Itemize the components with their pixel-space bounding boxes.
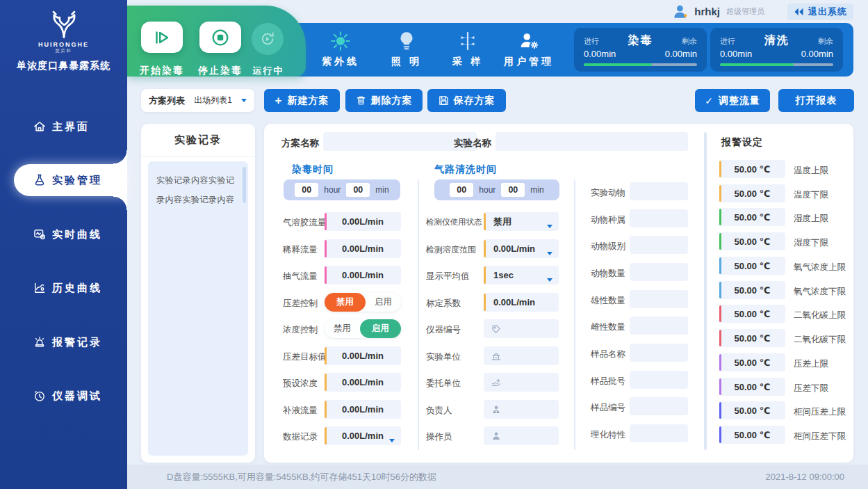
experiment-name-input[interactable] [496, 132, 688, 151]
sidebar-item-debug[interactable]: 仪器调试 [0, 380, 127, 412]
clean-hour-value[interactable]: 00 [450, 183, 473, 197]
field-input[interactable] [484, 373, 559, 392]
field-input[interactable] [630, 344, 688, 362]
field-input[interactable] [630, 424, 688, 442]
alarm-value-input[interactable]: 50.00 ℃ [719, 401, 785, 419]
poison-hour-value[interactable]: 00 [295, 183, 318, 197]
field-input[interactable] [630, 290, 688, 308]
sidebar-item-flask[interactable]: 实验管理 [14, 164, 127, 196]
remaining-label: 剩余 [682, 36, 697, 47]
field-label: 动物数量 [591, 268, 625, 280]
alarm-value-input[interactable]: 50.00 ℃ [719, 378, 785, 396]
field-value: 50.00 ℃ [735, 406, 771, 416]
hour-unit-label: hour [479, 185, 496, 195]
start-exposure-button[interactable] [141, 22, 183, 53]
plan-form-panel: 方案名称 实验名称 染毒时间 气路清洗时间 00 hour 00 min 00 … [264, 124, 853, 463]
plan-list-select[interactable]: 方案列表 出场列表1 [141, 89, 254, 112]
clean-time-input[interactable]: 00 hour 00 min [434, 179, 559, 200]
accent-bar [719, 185, 721, 202]
field-toggle[interactable]: 禁用启用 [325, 319, 401, 338]
field-input[interactable] [630, 182, 688, 200]
field-select[interactable]: 0.00L/min [484, 239, 559, 258]
alarm-label: 湿度上限 [794, 213, 828, 225]
person-icon [491, 431, 501, 441]
field-select[interactable]: 1sec [484, 266, 559, 284]
toggle-option[interactable]: 禁用 [325, 293, 366, 312]
field-input[interactable] [484, 426, 559, 445]
field-label: 委托单位 [426, 378, 461, 390]
quick-action-uv[interactable]: 紫外线 [309, 29, 372, 68]
field-input[interactable]: 0.00L/min [325, 239, 401, 258]
new-plan-button[interactable]: + 新建方案 [264, 89, 340, 112]
quick-action-usergear[interactable]: 用户管理 [497, 29, 561, 68]
field-input[interactable] [484, 400, 559, 419]
field-input[interactable] [630, 316, 688, 335]
field-input[interactable] [630, 397, 688, 415]
alarm-value-input[interactable]: 50.00 ℃ [719, 184, 785, 202]
records-scrollbar[interactable] [243, 167, 246, 203]
field-label: 样品批号 [591, 376, 625, 387]
sidebar-item-realtime[interactable]: 实时曲线 [0, 218, 127, 250]
field-input[interactable] [630, 263, 688, 281]
sidebar-item-alarmrec[interactable]: 报警记录 [0, 326, 127, 358]
alarm-value-input[interactable]: 50.00 ℃ [719, 329, 785, 347]
quick-action-bulb[interactable]: 照 明 [375, 29, 439, 68]
field-input[interactable] [630, 371, 688, 389]
sidebar-item-home[interactable]: 主界面 [0, 111, 127, 143]
quick-action-label: 采 样 [436, 56, 500, 68]
open-report-button[interactable]: 打开报表 [778, 89, 854, 112]
alarm-label: 二氧化碳下限 [794, 334, 846, 346]
alarm-value-input[interactable]: 50.00 ℃ [719, 232, 785, 250]
field-input[interactable]: 0.00L/min [325, 346, 401, 365]
field-toggle[interactable]: 禁用启用 [325, 293, 401, 312]
field-input[interactable]: 0.00L/min [325, 400, 401, 419]
screen: hrhkj 超级管理员 退出系统 紫外线照 明采 样用户管理进行染毒剩余0.00… [0, 0, 868, 489]
field-input[interactable]: 0.00L/min [484, 293, 559, 312]
save-plan-button[interactable]: 保存方案 [427, 89, 506, 112]
poison-min-value[interactable]: 00 [346, 183, 370, 197]
field-select[interactable]: 0.00L/min [325, 426, 401, 445]
adjust-flow-button[interactable]: ✓ 调整流量 [695, 89, 770, 112]
building-icon [491, 351, 501, 361]
quick-action-valve[interactable]: 采 样 [436, 29, 500, 68]
alarm-value-input[interactable]: 50.00 ℃ [719, 160, 785, 178]
field-select[interactable]: 禁用 [484, 212, 559, 231]
alarm-value-input[interactable]: 50.00 ℃ [719, 426, 785, 444]
alarm-value-input[interactable]: 50.00 ℃ [719, 281, 785, 299]
accent-bar [719, 426, 721, 443]
field-input[interactable] [630, 236, 688, 254]
flask-icon [33, 173, 47, 187]
alarm-value-input[interactable]: 50.00 ℃ [719, 305, 785, 323]
field-input[interactable]: 0.00L/min [325, 373, 401, 392]
sidebar: HUIRONGHE 慧荣和 单浓度口鼻暴露系统 主界面实验管理实时曲线历史曲线报… [0, 0, 127, 489]
tag-icon [491, 324, 501, 334]
running-icon [259, 30, 277, 48]
sidebar-item-history[interactable]: 历史曲线 [0, 272, 127, 304]
delete-plan-button[interactable]: 删除方案 [345, 89, 423, 112]
field-input[interactable] [484, 319, 559, 338]
field-input[interactable]: 0.00L/min [325, 212, 401, 231]
chevron-down-icon [547, 220, 552, 230]
remaining-value: 0.00min [801, 49, 833, 59]
records-content-box[interactable]: 实验记录内容实验记录内容实验记录内容 [148, 161, 248, 456]
logout-button[interactable]: 退出系统 [787, 3, 853, 20]
poison-time-input[interactable]: 00 hour 00 min [284, 179, 400, 200]
new-plan-label: 新建方案 [287, 95, 329, 107]
chevron-down-icon [389, 434, 395, 444]
alarm-label: 二氧化碳上限 [794, 310, 846, 321]
accent-bar [325, 374, 327, 391]
accent-bar [484, 294, 486, 311]
stop-exposure-button[interactable] [199, 22, 241, 53]
toggle-option[interactable]: 启用 [366, 293, 401, 312]
alarm-value-input[interactable]: 50.00 ℃ [719, 353, 785, 371]
alarm-value-input[interactable]: 50.00 ℃ [719, 208, 785, 226]
clean-min-value[interactable]: 00 [501, 183, 525, 197]
field-input[interactable]: 0.00L/min [325, 266, 401, 284]
toggle-option[interactable]: 启用 [360, 319, 401, 338]
field-input[interactable] [484, 346, 559, 365]
toggle-option[interactable]: 禁用 [325, 319, 360, 338]
form-scrollbar[interactable] [704, 132, 707, 450]
field-value: 50.00 ℃ [735, 358, 771, 368]
field-input[interactable] [630, 209, 688, 227]
alarm-value-input[interactable]: 50.00 ℃ [719, 257, 785, 275]
